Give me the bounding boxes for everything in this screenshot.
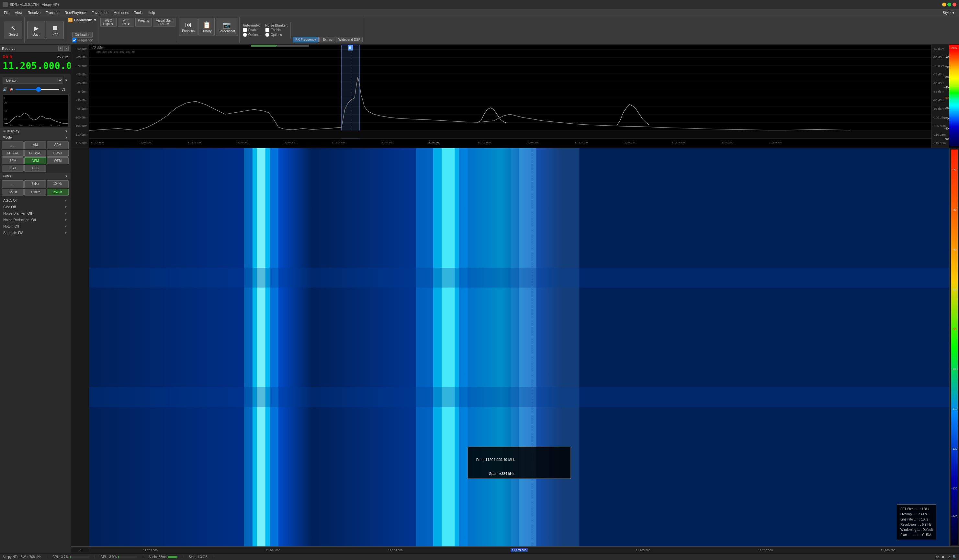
visual-gain-button[interactable]: Visual Gain0 dB ▼ xyxy=(153,18,175,27)
menu-file[interactable]: File xyxy=(1,10,12,15)
scale-neg80-left: -80 dBm xyxy=(71,82,89,85)
frequency-checkbox[interactable] xyxy=(72,38,76,42)
rx-frequency-display[interactable]: 11.205.000.000 xyxy=(3,60,68,71)
mode-btn-sam[interactable]: SAM xyxy=(47,142,68,149)
expand-icon[interactable]: ⤢ xyxy=(947,555,950,559)
btick-1: 11,203.500 xyxy=(143,549,158,552)
menu-tools[interactable]: Tools xyxy=(131,10,145,15)
rx-frequency-tab[interactable]: RX Frequency xyxy=(293,37,319,42)
mode-btn-nfm[interactable]: NFM xyxy=(24,158,46,164)
menu-favourites[interactable]: Favourites xyxy=(89,10,111,15)
rec-icon[interactable]: ⏺ xyxy=(941,555,945,559)
menu-transmit[interactable]: Transmit xyxy=(43,10,62,15)
if-display-arrow: ▼ xyxy=(65,129,68,133)
style-button[interactable]: Style ▼ xyxy=(940,10,958,15)
mode-btn-bfm[interactable]: BFM xyxy=(2,158,24,164)
zoom-icon[interactable]: 🔍 xyxy=(953,555,956,559)
noise-blanker-enable-label: Enable xyxy=(271,28,281,32)
agc-row[interactable]: AGC: Off ▼ xyxy=(0,197,70,204)
fft-size: FFT Size ..... : 128 k xyxy=(900,507,933,512)
mode-btn-wfm[interactable]: WFM xyxy=(47,158,68,164)
svg-text:-20: -20 xyxy=(3,102,7,104)
agc-button[interactable]: AGCHigh ▼ xyxy=(100,18,116,27)
receive-header: Receive + × xyxy=(0,45,70,52)
settings-icon[interactable]: ⚙ xyxy=(936,555,939,559)
menu-receive[interactable]: Receive xyxy=(25,10,43,15)
start-button[interactable]: ▶ Start xyxy=(27,21,45,39)
filter-btn-dots[interactable]: ... xyxy=(2,180,24,188)
filter-btn-12k[interactable]: 12kHz xyxy=(2,189,24,196)
history-button[interactable]: 📋 History xyxy=(199,18,215,36)
mode-btn-usb[interactable]: USB xyxy=(24,165,46,172)
close-button[interactable] xyxy=(953,3,956,6)
filter-btn-25k[interactable]: 25kHz xyxy=(47,189,68,196)
mode-header[interactable]: Mode ▼ xyxy=(0,134,70,140)
squelch-row[interactable]: Squelch: FM ▼ xyxy=(0,229,70,236)
menu-help[interactable]: Help xyxy=(145,10,158,15)
stop-button[interactable]: ⏹ Stop xyxy=(46,21,64,39)
mode-btn-ecss-u[interactable]: ECSS-U xyxy=(24,150,46,157)
history-icon: 📋 xyxy=(203,21,211,29)
filter-btn-10k[interactable]: 10kHz xyxy=(47,180,68,188)
auto-mute-radio[interactable] xyxy=(243,33,247,37)
waterfall-display[interactable]: Freq: 11204.999.49 MHz Span: ±384 kHz FF… xyxy=(89,148,949,546)
notch-arrow: ▼ xyxy=(64,225,67,228)
wideband-dsp-tab[interactable]: Wideband DSP xyxy=(336,37,363,42)
preamp-button[interactable]: Preamp xyxy=(135,18,151,27)
toolbar-group-select: ↖ Select xyxy=(3,17,25,43)
mode-btn-cw-u[interactable]: CW-U xyxy=(47,150,68,157)
screenshot-icon: 📷 xyxy=(223,21,231,29)
main-layout: Receive + × RX 9 25 kHz 11.205.000.000 D… xyxy=(0,45,959,554)
select-label: Select xyxy=(9,33,18,36)
mode-btn-ecss-l[interactable]: ECSS-L xyxy=(2,150,24,157)
noise-blanker-enable[interactable]: Enable xyxy=(265,28,288,32)
notch-row[interactable]: Notch: Off ▼ xyxy=(0,223,70,229)
if-display-header[interactable]: IF Display ▼ xyxy=(0,128,70,134)
filter-section: Filter ▼ ... 8kHz 10kHz 12kHz 15kHz 25kH… xyxy=(0,173,70,197)
device-info: Airspy HF+, BW = 768 kHz xyxy=(3,555,41,559)
window-title: SDR# v1.0.0.1784 - Airspy HF+ xyxy=(10,3,942,6)
filter-btn-15k[interactable]: 15kHz xyxy=(24,189,46,196)
svg-rect-34 xyxy=(89,130,932,138)
memory-label: Start: 1.3 GB xyxy=(189,555,207,559)
mode-btn-lsb[interactable]: LSB xyxy=(2,165,24,172)
filter-btn-8k[interactable]: 8kHz xyxy=(24,180,46,188)
extras-tab[interactable]: Extras xyxy=(319,37,335,42)
svg-text:-350  -300  -250  -200  -150  : -350 -300 -250 -200 -150 -100 -50 xyxy=(96,51,135,53)
select-button[interactable]: ↖ Select xyxy=(5,21,22,39)
svg-text:Freq: 11204.999.49 MHz: Freq: 11204.999.49 MHz xyxy=(476,458,516,461)
previous-button[interactable]: ⏮ Previous xyxy=(179,18,198,36)
auto-mute-options[interactable]: Options xyxy=(243,33,260,37)
svg-rect-60 xyxy=(519,148,537,546)
noise-blanker-radio[interactable] xyxy=(265,33,269,37)
mode-btn-am[interactable]: AM xyxy=(24,142,46,149)
menu-view[interactable]: View xyxy=(12,10,25,15)
receive-add-btn[interactable]: + xyxy=(58,46,63,51)
gpu-fill xyxy=(118,556,118,558)
noise-blanker-options-label: Options xyxy=(271,33,282,37)
noise-blanker-checkbox[interactable] xyxy=(265,28,269,32)
bandwidth-button[interactable]: 📶 Bandwidth ▼ xyxy=(68,18,97,22)
auto-mute-enable[interactable]: Enable xyxy=(243,28,260,32)
minimize-button[interactable] xyxy=(942,3,946,6)
bottom-nav-icon[interactable]: ◁ xyxy=(79,548,81,552)
noise-blanker-row[interactable]: Noise Blanker: Off ▼ xyxy=(0,210,70,216)
auto-mute-checkbox[interactable] xyxy=(243,28,247,32)
filter-header[interactable]: Filter ▼ xyxy=(0,173,70,179)
att-button[interactable]: ATTOff ▼ xyxy=(118,18,134,27)
volume-slider[interactable] xyxy=(15,89,60,90)
maximize-button[interactable] xyxy=(947,3,951,6)
menu-rec-playback[interactable]: Rec/Playback xyxy=(62,10,89,15)
spectrum-display[interactable]: -70 dBm -350 -300 -250 -200 -150 -100 -5… xyxy=(89,45,932,148)
noise-blanker-options[interactable]: Options xyxy=(265,33,288,37)
volume-icon: 🔊 xyxy=(3,87,8,92)
receive-close-btn[interactable]: × xyxy=(64,46,68,51)
menu-memories[interactable]: Memories xyxy=(111,10,131,15)
mode-btn-dots[interactable]: ... xyxy=(2,142,24,149)
mode-arrow: ▼ xyxy=(65,136,68,139)
profile-select[interactable]: Default xyxy=(3,77,63,84)
noise-reduction-row[interactable]: Noise Reduction: Off ▼ xyxy=(0,216,70,223)
screenshot-button[interactable]: 📷 Screenshot xyxy=(216,18,238,36)
cw-row[interactable]: CW: Off ▼ xyxy=(0,204,70,210)
calibration-button[interactable]: Calibration xyxy=(72,32,92,38)
